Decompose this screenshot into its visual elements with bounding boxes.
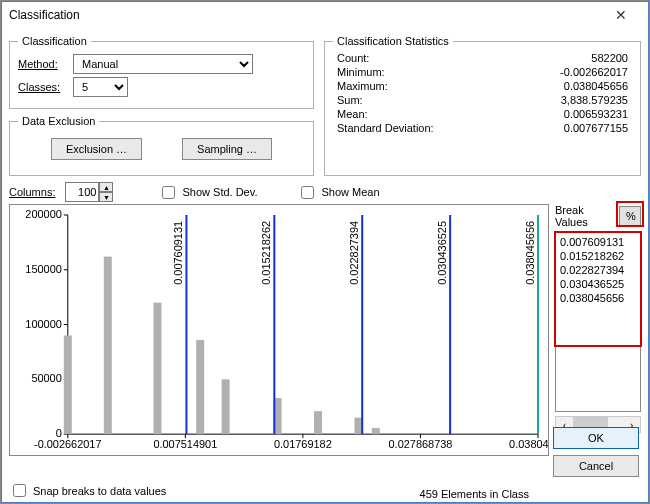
stat-row: Standard Deviation:0.007677155 <box>333 121 632 135</box>
break-value-item[interactable]: 0.015218262 <box>560 249 636 263</box>
stats-group: Classification Statistics Count:582200 M… <box>324 35 641 176</box>
method-label: Method: <box>18 58 73 70</box>
classes-label: Classes: <box>18 81 73 93</box>
svg-rect-15 <box>196 340 204 434</box>
titlebar: Classification ✕ <box>1 1 649 29</box>
svg-text:0.030436525: 0.030436525 <box>436 221 448 285</box>
sampling-button[interactable]: Sampling … <box>182 138 272 160</box>
show-mean-checkbox[interactable]: Show Mean <box>297 183 379 202</box>
svg-text:0.007514901: 0.007514901 <box>153 438 217 450</box>
window-title: Classification <box>9 8 601 22</box>
svg-text:0.01769182: 0.01769182 <box>274 438 332 450</box>
exclusion-button[interactable]: Exclusion … <box>51 138 142 160</box>
svg-text:0.03804565: 0.03804565 <box>509 438 548 450</box>
break-value-item[interactable]: 0.022827394 <box>560 263 636 277</box>
columns-label: Columns: <box>9 186 55 198</box>
stat-row: Count:582200 <box>333 51 632 65</box>
svg-rect-18 <box>314 411 322 434</box>
stats-legend: Classification Statistics <box>333 35 453 47</box>
stat-row: Mean:0.006593231 <box>333 107 632 121</box>
spin-up-icon[interactable]: ▲ <box>99 182 113 192</box>
cancel-button[interactable]: Cancel <box>553 455 639 477</box>
svg-text:0.027868738: 0.027868738 <box>389 438 453 450</box>
chart-svg: 0500001000001500002000000.0076091310.015… <box>10 205 548 456</box>
columns-stepper[interactable]: ▲ ▼ <box>65 182 113 202</box>
svg-rect-13 <box>104 257 112 435</box>
data-exclusion-legend: Data Exclusion <box>18 115 99 127</box>
svg-rect-12 <box>64 336 72 435</box>
svg-text:200000: 200000 <box>25 208 62 220</box>
svg-text:0.022827394: 0.022827394 <box>348 221 360 285</box>
svg-text:0.015218262: 0.015218262 <box>260 221 272 285</box>
break-value-item[interactable]: 0.030436525 <box>560 277 636 291</box>
svg-text:150000: 150000 <box>25 263 62 275</box>
method-select[interactable]: Manual <box>73 54 253 74</box>
stat-row: Maximum:0.038045656 <box>333 79 632 93</box>
svg-text:0.038045656: 0.038045656 <box>524 221 536 285</box>
show-std-checkbox[interactable]: Show Std. Dev. <box>158 183 257 202</box>
break-values-list[interactable]: 0.007609131 0.015218262 0.022827394 0.03… <box>555 232 641 412</box>
svg-rect-20 <box>372 428 380 434</box>
svg-text:0.007609131: 0.007609131 <box>172 221 184 285</box>
classification-legend: Classification <box>18 35 91 47</box>
stat-row: Minimum:-0.002662017 <box>333 65 632 79</box>
columns-input[interactable] <box>65 182 99 202</box>
break-values-label: Break Values <box>555 204 619 228</box>
ok-button[interactable]: OK <box>553 427 639 449</box>
data-exclusion-group: Data Exclusion Exclusion … Sampling … <box>9 115 314 176</box>
stat-row: Sum:3,838.579235 <box>333 93 632 107</box>
spin-down-icon[interactable]: ▼ <box>99 192 113 202</box>
percent-button[interactable]: % <box>619 206 641 226</box>
svg-text:50000: 50000 <box>31 372 61 384</box>
svg-rect-14 <box>153 303 161 435</box>
svg-rect-16 <box>222 379 230 434</box>
elements-in-class: 459 Elements in Class <box>420 488 529 500</box>
svg-text:100000: 100000 <box>25 318 62 330</box>
snap-breaks-checkbox[interactable]: Snap breaks to data values <box>9 481 166 500</box>
classes-select[interactable]: 5 <box>73 77 128 97</box>
histogram-chart[interactable]: 0500001000001500002000000.0076091310.015… <box>9 204 549 456</box>
svg-text:-0.002662017: -0.002662017 <box>34 438 102 450</box>
classification-group: Classification Method: Manual Classes: 5 <box>9 35 314 109</box>
break-value-item[interactable]: 0.007609131 <box>560 235 636 249</box>
break-value-item[interactable]: 0.038045656 <box>560 291 636 305</box>
close-icon[interactable]: ✕ <box>601 7 641 23</box>
